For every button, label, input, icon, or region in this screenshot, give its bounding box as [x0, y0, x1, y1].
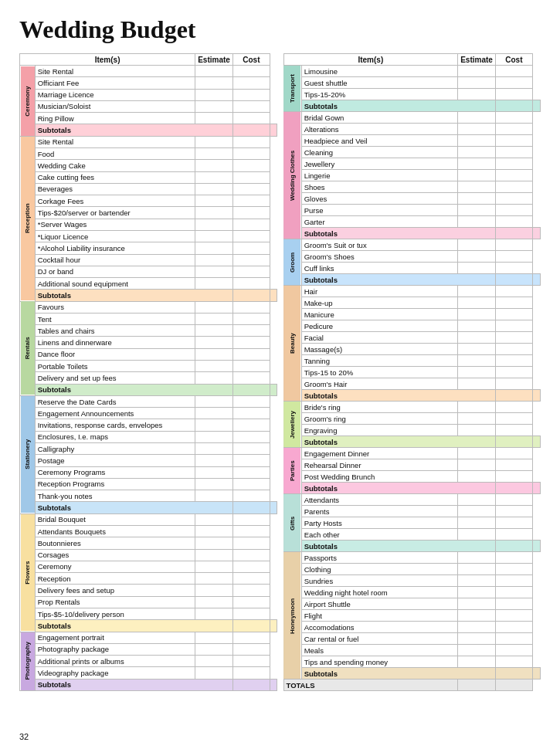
category-label: Gifts [283, 494, 301, 552]
estimate-cell [195, 643, 233, 655]
list-item: Tips-15-20% [301, 89, 458, 100]
list-item: Clothing [301, 564, 458, 575]
subtotal-cost [532, 274, 540, 286]
subtotal-estimate [232, 290, 270, 301]
list-item: Lingerie [301, 170, 458, 181]
category-label: Stationery [20, 395, 36, 513]
cost-cell [495, 77, 532, 89]
list-item: Jewellery [301, 158, 458, 170]
list-item: Gloves [301, 193, 458, 205]
estimate-cell [195, 160, 233, 171]
cost-cell [495, 135, 532, 147]
estimate-cell [195, 242, 233, 254]
estimate-cell [195, 395, 233, 407]
estimate-cell [195, 113, 233, 124]
list-item: Beverages [35, 183, 195, 195]
list-item: Tips-$5-10/delivery person [35, 608, 195, 619]
estimate-cell [458, 529, 496, 541]
cost-cell [495, 297, 532, 309]
cost-cell [232, 549, 270, 561]
estimate-cell [195, 183, 233, 195]
list-item: Massage(s) [301, 344, 458, 355]
cost-cell [495, 598, 532, 610]
category-label: Beauty [283, 286, 301, 402]
cost-cell [495, 124, 532, 135]
list-item: Cocktail hour [35, 254, 195, 266]
estimate-cell [458, 587, 496, 598]
list-item: Ceremony Programs [35, 466, 195, 478]
estimate-cell [458, 77, 496, 89]
list-item: *Liquor Licence [35, 230, 195, 242]
estimate-cell [458, 402, 496, 413]
cost-cell [495, 112, 532, 124]
cost-cell [232, 443, 270, 455]
list-item: Engraving [301, 425, 458, 436]
list-item: Hair [301, 286, 458, 297]
list-item: Bride's ring [301, 402, 458, 413]
cost-cell [232, 573, 270, 585]
right-header-cost: Cost [495, 54, 532, 66]
estimate-cell [458, 135, 496, 147]
estimate-cell [458, 205, 496, 216]
cost-cell [495, 332, 532, 344]
estimate-cell [458, 506, 496, 517]
subtotal-label: Subtotals [301, 100, 495, 112]
list-item: Tent [35, 313, 195, 324]
estimate-cell [195, 136, 233, 147]
cost-cell [495, 448, 532, 459]
list-item: Headpiece and Veil [301, 135, 458, 147]
right-header-estimate: Estimate [458, 54, 496, 66]
subtotal-cost [270, 384, 277, 395]
estimate-cell [458, 448, 496, 459]
list-item: *Alcohol Liability insurance [35, 242, 195, 254]
subtotal-cost [270, 620, 277, 632]
estimate-cell [458, 344, 496, 355]
cost-cell [495, 575, 532, 587]
estimate-cell [458, 471, 496, 483]
estimate-cell [458, 181, 496, 193]
cost-cell [495, 286, 532, 297]
list-item: Party Hosts [301, 517, 458, 529]
estimate-cell [195, 549, 233, 561]
page-number: 32 [19, 732, 29, 741]
subtotal-cost [532, 483, 540, 494]
list-item: Dance floor [35, 348, 195, 360]
list-item: Marriage Licence [35, 89, 195, 100]
cost-cell [232, 490, 270, 502]
list-item: Bridal Gown [301, 112, 458, 124]
category-label: Photography [20, 632, 36, 691]
estimate-cell [458, 112, 496, 124]
list-item: Corsages [35, 549, 195, 561]
cost-cell [495, 564, 532, 575]
subtotal-label: Subtotals [301, 436, 495, 448]
estimate-cell [195, 301, 233, 313]
list-item: Site Rental [35, 66, 195, 77]
list-item: Tanning [301, 355, 458, 367]
cost-cell [232, 537, 270, 549]
estimate-cell [458, 89, 496, 100]
list-item: Tables and chairs [35, 325, 195, 337]
estimate-cell [458, 425, 496, 436]
list-item: Groom's ring [301, 413, 458, 425]
subtotal-estimate [495, 668, 532, 680]
list-item: Car rental or fuel [301, 633, 458, 645]
list-item: Calligraphy [35, 443, 195, 455]
category-label: Rentals [20, 301, 36, 395]
list-item: Tips and spending money [301, 656, 458, 668]
category-label: Wedding Clothes [283, 112, 301, 239]
estimate-cell [195, 596, 233, 608]
list-item: Reception Programs [35, 478, 195, 490]
cost-cell [495, 89, 532, 100]
category-label: Ceremony [20, 66, 36, 137]
list-item: Each other [301, 529, 458, 541]
estimate-cell [458, 170, 496, 181]
estimate-cell [458, 66, 496, 77]
list-item: Engagement Announcements [35, 408, 195, 419]
list-item: Alterations [301, 124, 458, 135]
subtotal-estimate [495, 100, 532, 112]
list-item: Photography package [35, 643, 195, 655]
right-header-item: Item(s) [283, 54, 458, 66]
subtotal-cost [532, 436, 540, 448]
subtotal-cost [532, 228, 540, 239]
cost-cell [495, 459, 532, 471]
